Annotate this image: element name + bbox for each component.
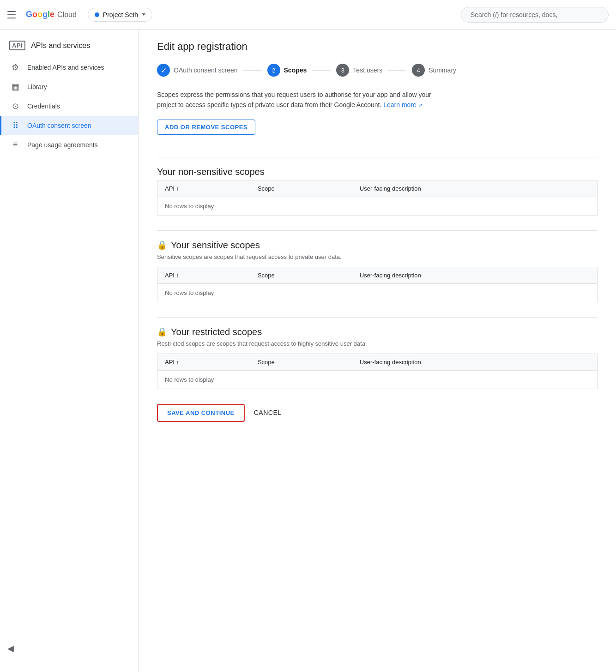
col-description: User-facing description xyxy=(352,180,598,197)
main-layout: API APIs and services ⚙ Enabled APIs and… xyxy=(0,30,616,672)
col-description: User-facing description xyxy=(352,267,598,283)
empty-message: No rows to display xyxy=(157,197,598,215)
step-oauth-label: OAuth consent screen xyxy=(174,66,238,74)
lock-icon: 🔒 xyxy=(157,327,167,337)
stepper: ✓ OAuth consent screen 2 Scopes 3 Test u… xyxy=(157,64,598,77)
sensitive-title: 🔒 Your sensitive scopes xyxy=(157,240,598,251)
google-logo-text: Google xyxy=(26,10,54,19)
step-test-users-label: Test users xyxy=(353,66,382,74)
restricted-scopes-section: 🔒 Your restricted scopes Restricted scop… xyxy=(157,327,598,389)
sidebar-item-oauth-consent[interactable]: ⠿ OAuth consent screen xyxy=(0,116,138,135)
table-header-row: API Scope User-facing description xyxy=(157,267,598,283)
table-row: No rows to display xyxy=(157,370,598,389)
sidebar-item-credentials[interactable]: ⊙ Credentials xyxy=(0,96,138,116)
project-dot-icon xyxy=(95,12,99,17)
sidebar-item-page-usage[interactable]: ≡ Page usage agreements xyxy=(0,135,138,154)
project-selector[interactable]: Project Seth xyxy=(88,8,152,22)
col-api[interactable]: API xyxy=(157,180,250,197)
sidebar-item-label: Page usage agreements xyxy=(27,141,98,149)
col-api[interactable]: API xyxy=(157,354,250,370)
add-scopes-button[interactable]: ADD OR REMOVE SCOPES xyxy=(157,120,255,135)
section-divider-top xyxy=(157,157,598,157)
restricted-table: API Scope User-facing description No row… xyxy=(157,354,598,389)
oauth-icon: ⠿ xyxy=(11,120,20,131)
col-scope: Scope xyxy=(250,180,352,197)
main-content: Edit app registration ✓ OAuth consent sc… xyxy=(139,30,616,672)
sidebar-item-label: Library xyxy=(27,83,47,90)
empty-message: No rows to display xyxy=(157,370,598,389)
non-sensitive-scopes-section: Your non-sensitive scopes API Scope User… xyxy=(157,167,598,216)
sidebar-item-library[interactable]: ▦ Library xyxy=(0,77,138,96)
col-api[interactable]: API xyxy=(157,267,250,283)
cloud-label: Cloud xyxy=(57,11,77,19)
col-description: User-facing description xyxy=(352,354,598,370)
sidebar-item-label: OAuth consent screen xyxy=(27,122,91,129)
page-title: Edit app registration xyxy=(157,41,598,53)
step-divider-1 xyxy=(243,70,262,71)
step-divider-3 xyxy=(388,70,406,71)
library-icon: ▦ xyxy=(11,82,20,92)
cancel-button[interactable]: CANCEL xyxy=(254,409,282,416)
lock-icon: 🔒 xyxy=(157,240,167,250)
sidebar-item-label: Enabled APIs and services xyxy=(27,64,104,71)
empty-message: No rows to display xyxy=(157,283,598,302)
step-scopes-label: Scopes xyxy=(284,66,307,74)
search-input[interactable]: Search (/) for resources, docs, xyxy=(461,7,609,23)
restricted-description: Restricted scopes are scopes that reques… xyxy=(157,340,598,347)
col-scope: Scope xyxy=(250,267,352,283)
chevron-down-icon xyxy=(142,13,145,16)
scope-description: Scopes express the permissions that you … xyxy=(157,90,443,110)
top-header: Google Cloud Project Seth Search (/) for… xyxy=(0,0,616,30)
sensitive-description: Sensitive scopes are scopes that request… xyxy=(157,253,598,260)
step-summary-circle: 4 xyxy=(412,64,425,77)
sidebar-title: APIs and services xyxy=(31,42,90,50)
step-summary: 4 Summary xyxy=(412,64,456,77)
sensitive-scopes-section: 🔒 Your sensitive scopes Sensitive scopes… xyxy=(157,240,598,302)
table-row: No rows to display xyxy=(157,197,598,215)
step-scopes-circle: 2 xyxy=(267,64,280,77)
step-completed-icon: ✓ xyxy=(157,64,170,77)
save-continue-button[interactable]: SAVE AND CONTINUE xyxy=(157,404,245,422)
col-scope: Scope xyxy=(250,354,352,370)
step-oauth-consent: ✓ OAuth consent screen xyxy=(157,64,238,77)
step-scopes: 2 Scopes xyxy=(267,64,307,77)
settings-icon: ⚙ xyxy=(11,62,20,72)
sensitive-table: API Scope User-facing description No row… xyxy=(157,267,598,302)
restricted-title: 🔒 Your restricted scopes xyxy=(157,327,598,337)
hamburger-menu-icon[interactable] xyxy=(7,9,18,20)
step-test-users-circle: 3 xyxy=(336,64,349,77)
step-test-users: 3 Test users xyxy=(336,64,382,77)
project-name-label: Project Seth xyxy=(103,11,138,18)
step-summary-label: Summary xyxy=(429,66,456,74)
non-sensitive-title: Your non-sensitive scopes xyxy=(157,167,598,177)
sidebar-item-label: Credentials xyxy=(27,102,60,110)
google-cloud-logo: Google Cloud xyxy=(26,10,77,19)
non-sensitive-table: API Scope User-facing description No row… xyxy=(157,180,598,216)
sidebar-nav: ⚙ Enabled APIs and services ▦ Library ⊙ … xyxy=(0,58,138,154)
step-divider-2 xyxy=(312,70,331,71)
sidebar-header: API APIs and services xyxy=(0,35,138,58)
sidebar-item-enabled-apis[interactable]: ⚙ Enabled APIs and services xyxy=(0,58,138,77)
page-usage-icon: ≡ xyxy=(11,140,20,150)
table-header-row: API Scope User-facing description xyxy=(157,180,598,197)
sidebar-collapse-button[interactable]: ◀ xyxy=(7,643,14,654)
learn-more-link[interactable]: Learn more xyxy=(383,101,423,108)
table-row: No rows to display xyxy=(157,283,598,302)
credentials-icon: ⊙ xyxy=(11,101,20,111)
bottom-actions: SAVE AND CONTINUE CANCEL xyxy=(157,404,598,440)
sidebar: API APIs and services ⚙ Enabled APIs and… xyxy=(0,30,139,672)
section-divider-2 xyxy=(157,317,598,318)
table-header-row: API Scope User-facing description xyxy=(157,354,598,370)
api-badge: API xyxy=(9,41,25,50)
section-divider-1 xyxy=(157,230,598,231)
